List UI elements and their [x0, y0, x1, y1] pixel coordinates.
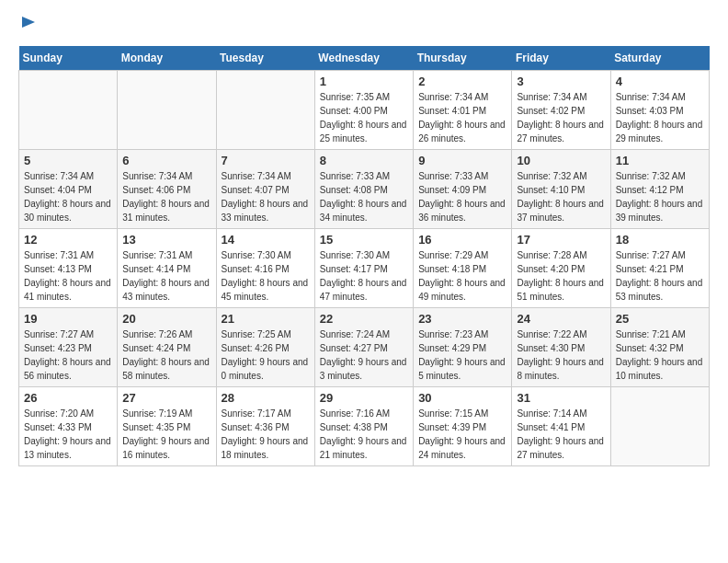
day-detail: Sunrise: 7:27 AMSunset: 4:21 PMDaylight:… — [616, 250, 703, 302]
day-number: 20 — [122, 312, 210, 326]
calendar-cell: 16 Sunrise: 7:29 AMSunset: 4:18 PMDaylig… — [414, 229, 512, 308]
day-number: 14 — [222, 233, 310, 247]
day-number: 8 — [320, 154, 408, 167]
day-detail: Sunrise: 7:16 AMSunset: 4:38 PMDaylight:… — [320, 408, 407, 460]
day-number: 11 — [616, 154, 704, 167]
day-detail: Sunrise: 7:14 AMSunset: 4:41 PMDaylight:… — [517, 408, 604, 460]
calendar-cell: 14 Sunrise: 7:30 AMSunset: 4:16 PMDaylig… — [216, 229, 314, 308]
calendar-cell — [19, 71, 118, 150]
day-number: 18 — [616, 233, 704, 247]
day-detail: Sunrise: 7:32 AMSunset: 4:10 PMDaylight:… — [517, 171, 604, 223]
day-detail: Sunrise: 7:28 AMSunset: 4:20 PMDaylight:… — [517, 250, 604, 302]
day-detail: Sunrise: 7:34 AMSunset: 4:07 PMDaylight:… — [222, 171, 309, 223]
calendar-cell: 10 Sunrise: 7:32 AMSunset: 4:10 PMDaylig… — [512, 150, 610, 229]
day-number: 4 — [616, 75, 704, 88]
day-detail: Sunrise: 7:17 AMSunset: 4:36 PMDaylight:… — [222, 408, 309, 460]
day-detail: Sunrise: 7:33 AMSunset: 4:09 PMDaylight:… — [418, 171, 506, 223]
logo — [18, 15, 37, 35]
day-number: 1 — [320, 75, 408, 88]
calendar-cell: 1 Sunrise: 7:35 AMSunset: 4:00 PMDayligh… — [314, 71, 413, 150]
header-day-wednesday: Wednesday — [314, 46, 413, 71]
page-container: SundayMondayTuesdayWednesdayThursdayFrid… — [0, 0, 728, 481]
day-detail: Sunrise: 7:33 AMSunset: 4:08 PMDaylight:… — [320, 171, 407, 223]
day-detail: Sunrise: 7:34 AMSunset: 4:04 PMDaylight:… — [24, 171, 111, 223]
calendar-cell: 24 Sunrise: 7:22 AMSunset: 4:30 PMDaylig… — [512, 308, 610, 387]
header-day-friday: Friday — [512, 46, 610, 71]
day-detail: Sunrise: 7:26 AMSunset: 4:24 PMDaylight:… — [122, 329, 210, 381]
week-row-3: 19 Sunrise: 7:27 AMSunset: 4:23 PMDaylig… — [19, 308, 710, 387]
calendar-cell: 11 Sunrise: 7:32 AMSunset: 4:12 PMDaylig… — [610, 150, 709, 229]
calendar-cell: 9 Sunrise: 7:33 AMSunset: 4:09 PMDayligh… — [414, 150, 512, 229]
calendar-cell: 22 Sunrise: 7:24 AMSunset: 4:27 PMDaylig… — [314, 308, 413, 387]
header-day-monday: Monday — [118, 46, 216, 71]
day-detail: Sunrise: 7:15 AMSunset: 4:39 PMDaylight:… — [418, 408, 506, 460]
week-row-2: 12 Sunrise: 7:31 AMSunset: 4:13 PMDaylig… — [19, 229, 710, 308]
week-row-1: 5 Sunrise: 7:34 AMSunset: 4:04 PMDayligh… — [19, 150, 710, 229]
day-number: 2 — [418, 75, 506, 88]
day-number: 24 — [517, 312, 605, 326]
header-day-thursday: Thursday — [414, 46, 512, 71]
day-number: 21 — [222, 312, 310, 326]
calendar-cell: 19 Sunrise: 7:27 AMSunset: 4:23 PMDaylig… — [19, 308, 118, 387]
calendar-cell: 3 Sunrise: 7:34 AMSunset: 4:02 PMDayligh… — [512, 71, 610, 150]
day-detail: Sunrise: 7:19 AMSunset: 4:35 PMDaylight:… — [122, 408, 210, 460]
header-row: SundayMondayTuesdayWednesdayThursdayFrid… — [19, 46, 710, 71]
day-number: 12 — [24, 233, 112, 247]
svg-marker-0 — [22, 17, 35, 28]
day-detail: Sunrise: 7:21 AMSunset: 4:32 PMDaylight:… — [616, 329, 703, 381]
day-detail: Sunrise: 7:35 AMSunset: 4:00 PMDaylight:… — [320, 92, 407, 144]
day-detail: Sunrise: 7:32 AMSunset: 4:12 PMDaylight:… — [616, 171, 703, 223]
day-number: 30 — [418, 391, 506, 405]
calendar-table: SundayMondayTuesdayWednesdayThursdayFrid… — [18, 46, 710, 466]
week-row-4: 26 Sunrise: 7:20 AMSunset: 4:33 PMDaylig… — [19, 387, 710, 466]
logo-flag-icon — [20, 15, 37, 31]
day-detail: Sunrise: 7:22 AMSunset: 4:30 PMDaylight:… — [517, 329, 604, 381]
day-number: 16 — [418, 233, 506, 247]
day-number: 6 — [122, 154, 210, 167]
day-detail: Sunrise: 7:30 AMSunset: 4:17 PMDaylight:… — [320, 250, 407, 302]
calendar-cell: 20 Sunrise: 7:26 AMSunset: 4:24 PMDaylig… — [118, 308, 216, 387]
day-detail: Sunrise: 7:25 AMSunset: 4:26 PMDaylight:… — [222, 329, 309, 381]
calendar-cell: 31 Sunrise: 7:14 AMSunset: 4:41 PMDaylig… — [512, 387, 610, 466]
day-detail: Sunrise: 7:29 AMSunset: 4:18 PMDaylight:… — [418, 250, 506, 302]
day-number: 27 — [122, 391, 210, 405]
calendar-cell: 18 Sunrise: 7:27 AMSunset: 4:21 PMDaylig… — [610, 229, 709, 308]
day-detail: Sunrise: 7:31 AMSunset: 4:13 PMDaylight:… — [24, 250, 111, 302]
calendar-cell: 13 Sunrise: 7:31 AMSunset: 4:14 PMDaylig… — [118, 229, 216, 308]
day-detail: Sunrise: 7:34 AMSunset: 4:06 PMDaylight:… — [122, 171, 210, 223]
day-detail: Sunrise: 7:27 AMSunset: 4:23 PMDaylight:… — [24, 329, 111, 381]
day-number: 28 — [222, 391, 310, 405]
calendar-cell: 29 Sunrise: 7:16 AMSunset: 4:38 PMDaylig… — [314, 387, 413, 466]
calendar-cell: 4 Sunrise: 7:34 AMSunset: 4:03 PMDayligh… — [610, 71, 709, 150]
day-detail: Sunrise: 7:34 AMSunset: 4:01 PMDaylight:… — [418, 92, 506, 144]
calendar-cell: 26 Sunrise: 7:20 AMSunset: 4:33 PMDaylig… — [19, 387, 118, 466]
header-day-saturday: Saturday — [610, 46, 709, 71]
calendar-cell: 5 Sunrise: 7:34 AMSunset: 4:04 PMDayligh… — [19, 150, 118, 229]
calendar-cell: 15 Sunrise: 7:30 AMSunset: 4:17 PMDaylig… — [314, 229, 413, 308]
header-day-tuesday: Tuesday — [216, 46, 314, 71]
calendar-cell: 21 Sunrise: 7:25 AMSunset: 4:26 PMDaylig… — [216, 308, 314, 387]
calendar-cell: 6 Sunrise: 7:34 AMSunset: 4:06 PMDayligh… — [118, 150, 216, 229]
day-detail: Sunrise: 7:23 AMSunset: 4:29 PMDaylight:… — [418, 329, 506, 381]
day-number: 13 — [122, 233, 210, 247]
day-number: 19 — [24, 312, 112, 326]
day-number: 5 — [24, 154, 112, 167]
calendar-cell: 17 Sunrise: 7:28 AMSunset: 4:20 PMDaylig… — [512, 229, 610, 308]
day-number: 31 — [517, 391, 605, 405]
day-detail: Sunrise: 7:34 AMSunset: 4:02 PMDaylight:… — [517, 92, 604, 144]
calendar-cell: 27 Sunrise: 7:19 AMSunset: 4:35 PMDaylig… — [118, 387, 216, 466]
calendar-cell — [216, 71, 314, 150]
calendar-cell: 30 Sunrise: 7:15 AMSunset: 4:39 PMDaylig… — [414, 387, 512, 466]
calendar-cell: 8 Sunrise: 7:33 AMSunset: 4:08 PMDayligh… — [314, 150, 413, 229]
day-detail: Sunrise: 7:30 AMSunset: 4:16 PMDaylight:… — [222, 250, 309, 302]
day-number: 15 — [320, 233, 408, 247]
day-number: 22 — [320, 312, 408, 326]
day-detail: Sunrise: 7:31 AMSunset: 4:14 PMDaylight:… — [122, 250, 210, 302]
day-number: 10 — [517, 154, 605, 167]
day-detail: Sunrise: 7:20 AMSunset: 4:33 PMDaylight:… — [24, 408, 111, 460]
day-number: 3 — [517, 75, 605, 88]
header — [18, 15, 710, 35]
week-row-0: 1 Sunrise: 7:35 AMSunset: 4:00 PMDayligh… — [19, 71, 710, 150]
day-detail: Sunrise: 7:24 AMSunset: 4:27 PMDaylight:… — [320, 329, 407, 381]
day-detail: Sunrise: 7:34 AMSunset: 4:03 PMDaylight:… — [616, 92, 703, 144]
